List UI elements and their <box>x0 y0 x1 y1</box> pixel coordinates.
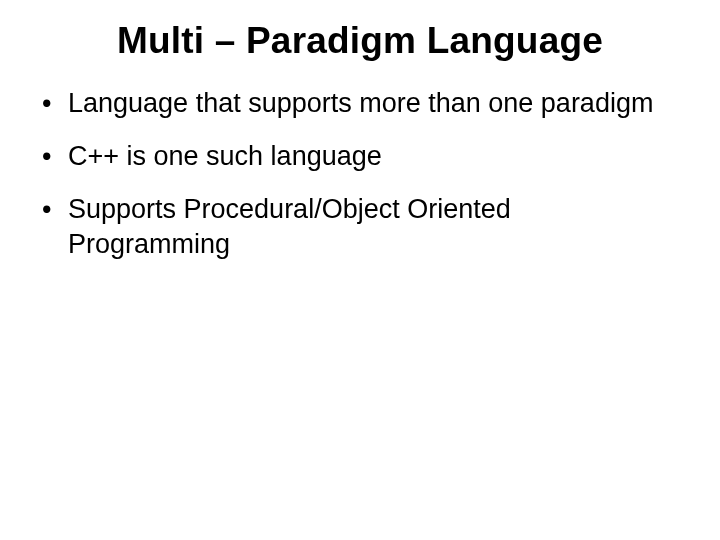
bullet-list: Language that supports more than one par… <box>40 86 680 262</box>
bullet-item: Language that supports more than one par… <box>40 86 680 121</box>
bullet-item: C++ is one such language <box>40 139 680 174</box>
bullet-item: Supports Procedural/Object Oriented Prog… <box>40 192 680 262</box>
slide-title: Multi – Paradigm Language <box>40 20 680 62</box>
